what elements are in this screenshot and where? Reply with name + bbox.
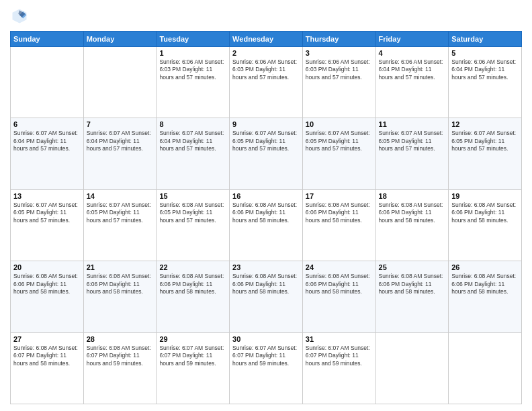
day-number: 1 [159,49,226,57]
day-number: 18 [379,192,446,200]
calendar-cell: 6Sunrise: 6:07 AM Sunset: 6:04 PM Daylig… [11,118,84,189]
logo-icon [10,7,29,26]
day-number: 13 [13,192,81,200]
calendar-cell: 11Sunrise: 6:07 AM Sunset: 6:05 PM Dayli… [375,118,449,189]
cell-info: Sunrise: 6:06 AM Sunset: 6:04 PM Dayligh… [379,58,446,81]
cell-info: Sunrise: 6:07 AM Sunset: 6:04 PM Dayligh… [159,130,226,152]
calendar-cell: 21Sunrise: 6:08 AM Sunset: 6:06 PM Dayli… [83,261,157,332]
day-number: 3 [306,49,373,57]
calendar-cell: 9Sunrise: 6:07 AM Sunset: 6:05 PM Daylig… [230,118,303,189]
day-number: 24 [306,263,373,271]
calendar-cell: 14Sunrise: 6:07 AM Sunset: 6:05 PM Dayli… [83,189,157,261]
calendar-cell: 25Sunrise: 6:08 AM Sunset: 6:06 PM Dayli… [375,261,449,332]
calendar-cell: 31Sunrise: 6:07 AM Sunset: 6:07 PM Dayli… [302,332,375,404]
header-row: SundayMondayTuesdayWednesdayThursdayFrid… [11,32,522,47]
day-number: 29 [159,335,226,343]
cell-info: Sunrise: 6:08 AM Sunset: 6:06 PM Dayligh… [379,201,446,224]
cell-info: Sunrise: 6:07 AM Sunset: 6:07 PM Dayligh… [232,345,300,367]
cell-info: Sunrise: 6:07 AM Sunset: 6:05 PM Dayligh… [306,130,373,152]
cell-info: Sunrise: 6:07 AM Sunset: 6:05 PM Dayligh… [232,130,300,152]
day-number: 4 [379,49,446,57]
cell-info: Sunrise: 6:08 AM Sunset: 6:06 PM Dayligh… [232,273,300,295]
calendar-cell: 3Sunrise: 6:06 AM Sunset: 6:03 PM Daylig… [302,47,375,118]
day-header-sunday: Sunday [11,32,84,47]
page: SundayMondayTuesdayWednesdayThursdayFrid… [0,0,532,411]
cell-info: Sunrise: 6:07 AM Sunset: 6:07 PM Dayligh… [306,345,373,367]
day-number: 10 [306,120,373,128]
calendar-cell: 17Sunrise: 6:08 AM Sunset: 6:06 PM Dayli… [302,189,375,261]
cell-info: Sunrise: 6:08 AM Sunset: 6:06 PM Dayligh… [13,273,81,295]
day-header-friday: Friday [375,32,449,47]
day-number: 17 [306,192,373,200]
day-number: 12 [451,120,519,128]
cell-info: Sunrise: 6:07 AM Sunset: 6:04 PM Dayligh… [87,130,154,152]
day-header-thursday: Thursday [302,32,375,47]
day-number: 25 [379,263,446,271]
day-number: 11 [379,120,446,128]
day-number: 23 [232,263,300,271]
calendar-cell [11,47,84,118]
cell-info: Sunrise: 6:07 AM Sunset: 6:07 PM Dayligh… [159,345,226,367]
day-number: 7 [87,120,154,128]
cell-info: Sunrise: 6:07 AM Sunset: 6:04 PM Dayligh… [13,130,81,152]
week-row-2: 6Sunrise: 6:07 AM Sunset: 6:04 PM Daylig… [11,118,522,189]
cell-info: Sunrise: 6:08 AM Sunset: 6:06 PM Dayligh… [306,273,373,295]
day-header-monday: Monday [83,32,157,47]
day-number: 6 [13,120,81,128]
logo [10,7,32,26]
calendar-cell: 30Sunrise: 6:07 AM Sunset: 6:07 PM Dayli… [230,332,303,404]
calendar-cell: 29Sunrise: 6:07 AM Sunset: 6:07 PM Dayli… [157,332,230,404]
day-header-saturday: Saturday [449,32,522,47]
cell-info: Sunrise: 6:06 AM Sunset: 6:03 PM Dayligh… [232,58,300,81]
week-row-1: 1Sunrise: 6:06 AM Sunset: 6:03 PM Daylig… [11,47,522,118]
calendar-cell: 13Sunrise: 6:07 AM Sunset: 6:05 PM Dayli… [11,189,84,261]
calendar-cell: 18Sunrise: 6:08 AM Sunset: 6:06 PM Dayli… [375,189,449,261]
week-row-3: 13Sunrise: 6:07 AM Sunset: 6:05 PM Dayli… [11,189,522,261]
calendar-cell: 8Sunrise: 6:07 AM Sunset: 6:04 PM Daylig… [157,118,230,189]
cell-info: Sunrise: 6:08 AM Sunset: 6:07 PM Dayligh… [87,345,154,367]
calendar-cell: 20Sunrise: 6:08 AM Sunset: 6:06 PM Dayli… [11,261,84,332]
week-row-4: 20Sunrise: 6:08 AM Sunset: 6:06 PM Dayli… [11,261,522,332]
day-number: 21 [87,263,154,271]
day-header-wednesday: Wednesday [230,32,303,47]
calendar-cell: 4Sunrise: 6:06 AM Sunset: 6:04 PM Daylig… [375,47,449,118]
calendar-cell: 23Sunrise: 6:08 AM Sunset: 6:06 PM Dayli… [230,261,303,332]
day-number: 9 [232,120,300,128]
day-number: 26 [451,263,519,271]
cell-info: Sunrise: 6:08 AM Sunset: 6:05 PM Dayligh… [159,201,226,224]
calendar-cell: 7Sunrise: 6:07 AM Sunset: 6:04 PM Daylig… [83,118,157,189]
cell-info: Sunrise: 6:08 AM Sunset: 6:06 PM Dayligh… [451,201,519,224]
day-number: 27 [13,335,81,343]
cell-info: Sunrise: 6:07 AM Sunset: 6:05 PM Dayligh… [451,130,519,152]
calendar-cell: 22Sunrise: 6:08 AM Sunset: 6:06 PM Dayli… [157,261,230,332]
calendar-cell: 28Sunrise: 6:08 AM Sunset: 6:07 PM Dayli… [83,332,157,404]
day-number: 19 [451,192,519,200]
cell-info: Sunrise: 6:06 AM Sunset: 6:03 PM Dayligh… [306,58,373,81]
day-number: 14 [87,192,154,200]
cell-info: Sunrise: 6:08 AM Sunset: 6:06 PM Dayligh… [87,273,154,295]
header [10,7,522,26]
calendar-cell: 15Sunrise: 6:08 AM Sunset: 6:05 PM Dayli… [157,189,230,261]
cell-info: Sunrise: 6:08 AM Sunset: 6:07 PM Dayligh… [13,345,81,367]
calendar-cell: 12Sunrise: 6:07 AM Sunset: 6:05 PM Dayli… [449,118,522,189]
day-number: 16 [232,192,300,200]
cell-info: Sunrise: 6:07 AM Sunset: 6:05 PM Dayligh… [87,201,154,224]
calendar-cell: 19Sunrise: 6:08 AM Sunset: 6:06 PM Dayli… [449,189,522,261]
calendar-cell: 24Sunrise: 6:08 AM Sunset: 6:06 PM Dayli… [302,261,375,332]
calendar-cell: 16Sunrise: 6:08 AM Sunset: 6:06 PM Dayli… [230,189,303,261]
day-number: 15 [159,192,226,200]
day-header-tuesday: Tuesday [157,32,230,47]
cell-info: Sunrise: 6:08 AM Sunset: 6:06 PM Dayligh… [451,273,519,295]
cell-info: Sunrise: 6:06 AM Sunset: 6:04 PM Dayligh… [451,58,519,81]
calendar-cell: 26Sunrise: 6:08 AM Sunset: 6:06 PM Dayli… [449,261,522,332]
calendar-cell: 27Sunrise: 6:08 AM Sunset: 6:07 PM Dayli… [11,332,84,404]
calendar-cell [83,47,157,118]
calendar-cell [375,332,449,404]
calendar-cell: 10Sunrise: 6:07 AM Sunset: 6:05 PM Dayli… [302,118,375,189]
day-number: 30 [232,335,300,343]
day-number: 2 [232,49,300,57]
cell-info: Sunrise: 6:07 AM Sunset: 6:05 PM Dayligh… [13,201,81,224]
week-row-5: 27Sunrise: 6:08 AM Sunset: 6:07 PM Dayli… [11,332,522,404]
cell-info: Sunrise: 6:08 AM Sunset: 6:06 PM Dayligh… [306,201,373,224]
day-number: 31 [306,335,373,343]
